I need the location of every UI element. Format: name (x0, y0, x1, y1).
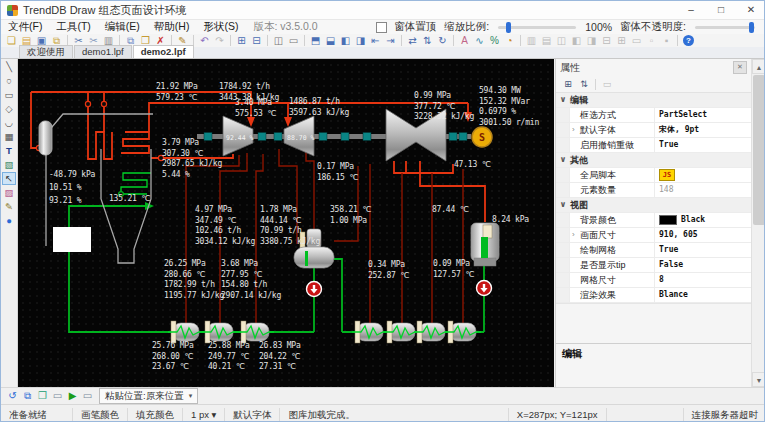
scroll-up-icon[interactable]: ▲ (752, 59, 765, 74)
collapse-icon[interactable]: ∨ (556, 198, 570, 212)
toolbar-dist-8-icon[interactable]: ▭ (629, 35, 644, 47)
canvas-value-label[interactable]: 25.88 MPa249.77 ℃40.21 ℃ (208, 341, 250, 371)
palette-polygon-icon[interactable]: ◇ (2, 102, 16, 115)
panel-close-icon[interactable]: ✕ (733, 61, 747, 74)
condenser[interactable] (471, 223, 499, 266)
property-value[interactable]: True (655, 138, 751, 152)
menu-edit[interactable]: 编辑(E) (98, 20, 147, 34)
property-value[interactable]: 宋体, 9pt (655, 123, 751, 137)
canvas-value-label[interactable]: 88.70 % (287, 134, 314, 142)
toolbar-dist-4-icon[interactable]: ◧ (569, 35, 584, 47)
scroll-down-icon[interactable]: ▼ (752, 372, 765, 387)
toolbar-rotate-icon[interactable]: ↻ (435, 35, 450, 47)
drain-valve[interactable] (307, 282, 322, 297)
default-font-button[interactable]: 默认字体 (225, 408, 280, 421)
property-value[interactable]: 148 (655, 183, 751, 197)
toolbar-new-icon[interactable]: ❏ (4, 35, 19, 47)
property-row[interactable]: 全局脚本JS (556, 168, 751, 183)
toolbar-dist-7-icon[interactable]: ⊞ (614, 35, 629, 47)
propgrid-sort-alpha-icon[interactable]: ⇅ (576, 78, 592, 91)
toolbar-dist-5-icon[interactable]: ◨ (584, 35, 599, 47)
palette-sphere-icon[interactable]: ● (2, 214, 16, 227)
toolbar-dist-9-icon[interactable]: ▫ (644, 35, 659, 47)
toolbar-flip-h-icon[interactable]: ⇄ (405, 35, 420, 47)
property-row[interactable]: 网格尺寸8 (556, 273, 751, 288)
pen-color-button[interactable]: 画笔颜色 (73, 408, 128, 421)
property-category-row[interactable]: ∨编辑 (556, 93, 751, 108)
palette-text-icon[interactable]: T (2, 144, 16, 157)
toolbar-marquee-icon[interactable]: ◫ (271, 35, 286, 47)
toolbar-percent-icon[interactable]: % (487, 35, 502, 47)
property-value[interactable]: PartSelect (655, 108, 751, 122)
toolbar-dist-1-icon[interactable]: ▥ (524, 35, 539, 47)
canvas-value-label[interactable]: 21.92 MPa579.23 ℃ (156, 82, 198, 102)
property-row[interactable]: 元素数量148 (556, 183, 751, 198)
toolbar-send-back-icon[interactable]: ⬓ (323, 35, 338, 47)
expand-icon[interactable]: › (572, 123, 580, 137)
palette-draw-icon[interactable]: ✎ (2, 200, 16, 213)
fill-color-button[interactable]: 填充颜色 (128, 408, 183, 421)
palette-rect-icon[interactable]: ▭ (2, 88, 16, 101)
pastebar-new-window-icon[interactable]: ⧉ (20, 390, 35, 402)
opacity-slider[interactable] (695, 26, 755, 29)
property-value[interactable]: 910, 605 (655, 228, 751, 242)
pastebar-run-icon[interactable]: ▶ (65, 390, 80, 402)
canvas-value-label[interactable]: 92.44 % (226, 134, 253, 142)
property-row[interactable]: ›画面尺寸910, 605 (556, 228, 751, 243)
pastebar-refresh-icon[interactable]: ↺ (5, 390, 20, 402)
menu-help[interactable]: 帮助(H) (147, 20, 197, 34)
script-icon[interactable]: JS (659, 169, 675, 181)
palette-ellipse-icon[interactable]: ○ (2, 74, 16, 87)
pastebar-window-icon[interactable]: ▭ (50, 390, 65, 402)
minimize-button[interactable]: – (676, 1, 706, 19)
generator[interactable]: S (472, 127, 492, 147)
stroke-width-dropdown[interactable]: 1 px ▾ (183, 408, 225, 421)
toolbar-dist-3-icon[interactable]: ◫ (554, 35, 569, 47)
toolbar-align-top-icon[interactable]: ⇤ (368, 35, 383, 47)
property-row[interactable]: 框选方式PartSelect (556, 108, 751, 123)
toolbar-curve-tool-icon[interactable]: ∿ (472, 35, 487, 47)
palette-chart-icon[interactable]: ▨ (2, 186, 16, 199)
property-row[interactable]: 渲染效果Blance (556, 288, 751, 303)
canvas-value-label[interactable]: 26.83 MPa204.22 ℃27.31 ℃ (259, 341, 301, 371)
property-row[interactable]: ›默认字体宋体, 9pt (556, 123, 751, 138)
property-value[interactable]: JS (655, 168, 751, 182)
collapse-icon[interactable]: ∨ (556, 93, 570, 107)
canvas-value-label[interactable]: 358.21 ℃1.00 MPa (330, 205, 371, 225)
menu-file[interactable]: 文件(F) (1, 20, 49, 34)
toolbar-undo-icon[interactable]: ↶ (197, 35, 212, 47)
property-value[interactable]: Blance (655, 288, 751, 302)
toolbar-ungroup-icon[interactable]: ⊟ (249, 35, 264, 47)
property-row[interactable]: 启用撤销重做True (556, 138, 751, 153)
design-canvas[interactable]: S 21.92 MPa579.23 ℃1784.92 t/h3443.38 kJ… (18, 59, 554, 387)
property-category-row[interactable]: ∨视图 (556, 198, 751, 213)
propgrid-categorized-icon[interactable]: ⊞ (560, 78, 576, 91)
canvas-value-label[interactable]: 0.17 MPa186.15 ℃ (317, 162, 358, 182)
property-value[interactable]: True (655, 243, 751, 257)
property-value[interactable]: False (655, 258, 751, 272)
close-button[interactable]: ✕ (736, 1, 765, 19)
toolbar-lasso-icon[interactable]: ▭ (286, 35, 301, 47)
panel-scrollbar[interactable]: ▲ ▼ (751, 59, 765, 387)
canvas-value-label[interactable]: 0.09 MPa127.57 ℃ (433, 259, 474, 279)
toolbar-dist-2-icon[interactable]: ▤ (539, 35, 554, 47)
toolbar-redo-icon[interactable]: ↷ (212, 35, 227, 47)
propgrid-property-pages-icon[interactable]: ▭ (599, 78, 615, 91)
property-row[interactable]: 背景颜色Black (556, 213, 751, 228)
palette-curve-icon[interactable]: ◡ (2, 116, 16, 129)
tab-demo1[interactable]: demo1.lpf (74, 45, 132, 58)
property-value[interactable]: Black (655, 213, 751, 227)
toolbar-fill-tool-icon[interactable]: ◔ (502, 35, 517, 47)
tab-welcome[interactable]: 欢迎使用 (19, 45, 73, 58)
zoom-slider[interactable] (498, 26, 576, 29)
toolbar-align-bottom-icon[interactable]: ⇥ (383, 35, 398, 47)
property-row[interactable]: 绘制网格True (556, 243, 751, 258)
toolbar-dist-10-icon[interactable]: ▪ (659, 35, 674, 47)
collapse-icon[interactable]: ∨ (556, 153, 570, 167)
menu-shape[interactable]: 形状(S) (196, 20, 245, 34)
palette-select-icon[interactable]: ↖ (2, 172, 16, 185)
canvas-value-label[interactable]: 3.40 MPa575.53 ℃ (235, 98, 276, 118)
canvas-value-label[interactable]: 0.34 MPa252.87 ℃ (368, 260, 409, 280)
maximize-button[interactable]: □ (706, 1, 736, 19)
canvas-value-label[interactable]: 8.24 kPa (492, 215, 529, 224)
